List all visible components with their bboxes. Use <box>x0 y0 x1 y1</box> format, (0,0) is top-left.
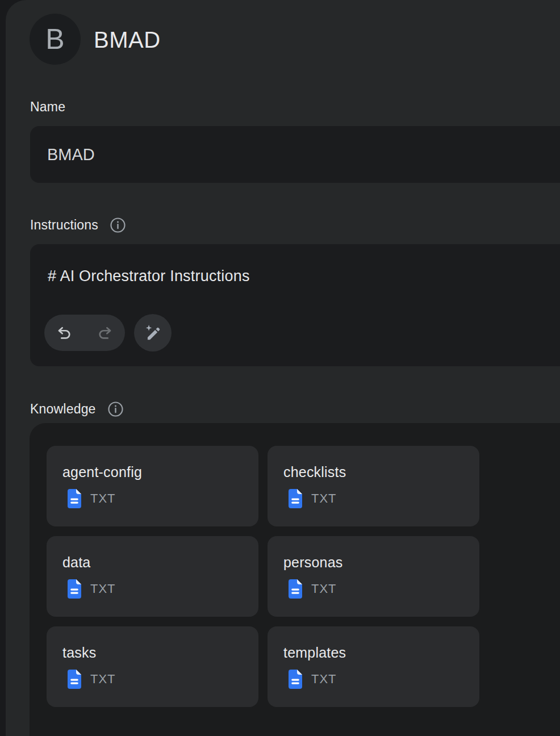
knowledge-file-card[interactable]: tasks TXT <box>47 626 258 707</box>
instructions-section-header: Instructions <box>30 216 127 234</box>
name-section-header: Name <box>30 99 65 115</box>
file-meta: TXT <box>287 670 337 689</box>
document-icon <box>66 670 82 689</box>
file-type: TXT <box>90 672 116 687</box>
redo-button[interactable] <box>85 315 125 351</box>
knowledge-info-button[interactable] <box>107 400 124 418</box>
file-name: checklists <box>283 464 346 480</box>
info-icon <box>107 400 124 418</box>
file-type: TXT <box>311 672 337 687</box>
info-icon <box>109 216 127 234</box>
file-meta: TXT <box>287 579 337 599</box>
document-icon <box>287 579 303 599</box>
editor-panel: B BMAD Name Instructions # AI Orchestrat… <box>6 0 560 736</box>
knowledge-file-card[interactable]: data TXT <box>47 536 258 617</box>
knowledge-file-card[interactable]: templates TXT <box>268 626 479 707</box>
file-type: TXT <box>90 491 116 506</box>
knowledge-container: agent-config TXT checklists TXT data <box>30 423 560 736</box>
document-icon <box>287 670 303 689</box>
file-type: TXT <box>90 582 116 596</box>
file-name: agent-config <box>62 464 142 480</box>
instructions-info-button[interactable] <box>109 216 127 234</box>
knowledge-file-card[interactable]: checklists TXT <box>268 446 479 526</box>
file-type: TXT <box>311 491 337 506</box>
rewrite-with-ai-button[interactable] <box>134 314 172 352</box>
undo-redo-group <box>44 315 125 351</box>
file-meta: TXT <box>287 489 337 508</box>
undo-button[interactable] <box>44 315 85 351</box>
gem-avatar-letter: B <box>45 25 64 53</box>
knowledge-file-card[interactable]: agent-config TXT <box>47 446 258 526</box>
knowledge-section-header: Knowledge <box>30 400 124 418</box>
document-icon <box>66 489 82 508</box>
gem-title: BMAD <box>94 27 161 53</box>
instructions-editor[interactable]: # AI Orchestrator Instructions <box>30 244 560 366</box>
file-name: tasks <box>62 645 96 661</box>
name-label: Name <box>30 99 65 115</box>
file-name: templates <box>283 645 346 661</box>
file-meta: TXT <box>66 489 116 508</box>
instructions-label: Instructions <box>30 218 98 233</box>
knowledge-label: Knowledge <box>30 402 96 417</box>
file-name: personas <box>283 554 342 571</box>
pen-spark-icon <box>143 323 162 342</box>
file-meta: TXT <box>66 579 116 599</box>
knowledge-file-card[interactable]: personas TXT <box>268 536 479 617</box>
editor-controls <box>44 314 172 352</box>
knowledge-file-grid: agent-config TXT checklists TXT data <box>47 446 479 707</box>
undo-icon <box>56 324 73 342</box>
file-name: data <box>62 554 90 571</box>
file-type: TXT <box>311 582 337 596</box>
gem-editor-screen: B BMAD Name Instructions # AI Orchestrat… <box>0 0 560 736</box>
file-meta: TXT <box>66 670 116 689</box>
gem-avatar: B <box>30 14 81 65</box>
instructions-text: # AI Orchestrator Instructions <box>48 267 250 285</box>
name-input[interactable] <box>30 126 560 183</box>
redo-icon <box>96 324 114 342</box>
document-icon <box>287 489 303 508</box>
document-icon <box>66 579 82 599</box>
